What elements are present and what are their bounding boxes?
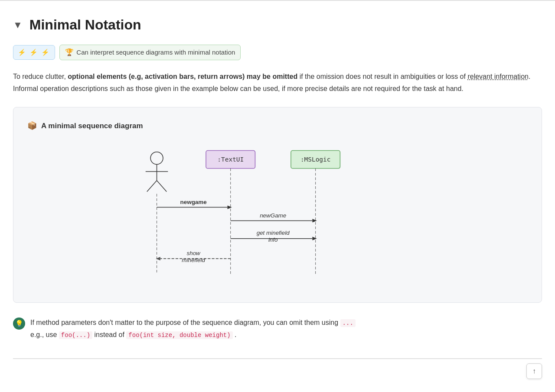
svg-text:show: show [186,249,201,256]
lightning-badge: ⚡ ⚡ ⚡ [13,45,55,60]
svg-marker-16 [312,219,317,222]
tip-text-part2: e.g., use [30,331,57,338]
desc-part1: To reduce clutter, [13,73,66,80]
page-container: ▼ Minimal Notation ⚡ ⚡ ⚡ 🏆 Can interpret… [0,0,555,376]
svg-text:minefield: minefield [182,257,205,263]
tip-code1: foo(...) [59,331,92,339]
svg-text::MSLogic: :MSLogic [300,156,330,163]
bottom-border [13,358,542,359]
trophy-icon: 🏆 [65,47,74,58]
capability-badge: 🏆 Can interpret sequence diagrams with m… [59,45,241,60]
svg-text::TextUI: :TextUI [217,156,244,163]
svg-point-0 [150,152,163,164]
sequence-diagram: :TextUI :MSLogic newgame newGame [27,143,528,289]
svg-line-3 [147,180,157,191]
desc-part2-text: if the omission does not result in ambig… [300,73,466,80]
svg-text:get minefield: get minefield [257,230,290,236]
description-text: To reduce clutter, optional elements (e.… [13,71,542,95]
scroll-top-button[interactable]: ↑ [526,363,542,376]
diagram-container: 📦 A minimal sequence diagram :TextUI [13,107,542,303]
svg-text:newGame: newGame [260,212,286,219]
desc-underline: relevant information [467,73,529,80]
svg-text:info: info [268,236,278,243]
tip-icon: 💡 [13,317,25,330]
lightbulb-icon: 💡 [15,318,23,329]
section-header: ▼ Minimal Notation [13,1,542,45]
svg-text:newgame: newgame [180,199,207,205]
chevron-down-icon[interactable]: ▼ [13,17,23,32]
chevron-up-icon: ↑ [532,367,536,375]
tip-text-part4: . [235,331,236,338]
desc-bold-text: optional elements (e.g, activation bars,… [68,73,297,80]
svg-marker-13 [228,205,232,209]
tip-text-part3b: instead of [95,331,124,338]
tip-content: If method parameters don't matter to the… [30,317,542,341]
tip-code2: foo(int size, double weight) [126,331,232,339]
sequence-svg: :TextUI :MSLogic newgame newGame [27,143,528,285]
svg-marker-19 [312,236,317,240]
box-icon: 📦 [27,120,37,132]
badge-row: ⚡ ⚡ ⚡ 🏆 Can interpret sequence diagrams … [13,45,542,60]
tip-dots-code: ... [340,319,356,327]
tip-row: 💡 If method parameters don't matter to t… [13,317,542,341]
diagram-title-text: A minimal sequence diagram [41,120,143,132]
svg-line-4 [157,180,167,191]
section-title: Minimal Notation [29,14,141,36]
diagram-title: 📦 A minimal sequence diagram [27,120,528,132]
tip-text-part1: If method parameters don't matter to the… [30,319,338,326]
capability-label: Can interpret sequence diagrams with min… [76,47,235,58]
